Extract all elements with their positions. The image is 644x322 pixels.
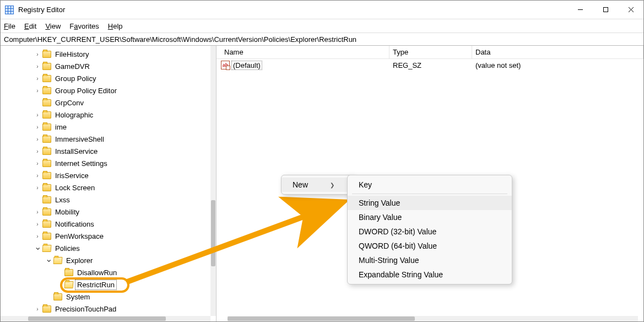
tree-item[interactable]: ›ImmersiveShell: [1, 133, 210, 145]
tree-item[interactable]: ›IrisService: [1, 169, 210, 181]
menu-favorites[interactable]: Favorites: [69, 22, 99, 30]
folder-icon: [42, 87, 51, 94]
column-header-type[interactable]: Type: [389, 46, 472, 58]
chevron-right-icon[interactable]: ›: [34, 305, 41, 313]
chevron-right-icon[interactable]: ›: [34, 74, 41, 82]
tree-item[interactable]: ›Group Policy Editor: [1, 84, 210, 96]
tree-item[interactable]: ›FileHistory: [1, 48, 210, 60]
menu-edit[interactable]: Edit: [24, 22, 36, 30]
chevron-right-icon[interactable]: ›: [34, 50, 41, 58]
tree-item[interactable]: DisallowRun: [1, 266, 210, 278]
tree-item-label: Lock Screen: [53, 183, 96, 192]
tree-item[interactable]: ›Lock Screen: [1, 181, 210, 194]
tree-item-label: System: [64, 292, 91, 302]
folder-icon: [42, 99, 51, 106]
list-row[interactable]: ab(Default)REG_SZ(value not set): [217, 59, 643, 71]
context-item-expandable-string-value[interactable]: Expandable String Value: [348, 267, 512, 282]
tree-item[interactable]: ⌄Policies: [1, 242, 210, 254]
tree-item[interactable]: ›Mobility: [1, 206, 210, 218]
chevron-right-icon[interactable]: ›: [34, 87, 41, 94]
context-submenu-new[interactable]: KeyString ValueBinary ValueDWORD (32-bit…: [347, 175, 512, 285]
list-header[interactable]: Name Type Data: [217, 46, 643, 59]
folder-icon: [42, 245, 52, 252]
folder-icon: [42, 111, 51, 119]
chevron-right-icon[interactable]: ›: [34, 123, 41, 131]
tree-item-label: FileHistory: [53, 50, 90, 59]
context-item-label: String Value: [359, 198, 400, 207]
address-text: Computer\HKEY_CURRENT_USER\Software\Micr…: [4, 35, 356, 44]
context-item-binary-value[interactable]: Binary Value: [348, 210, 512, 224]
folder-icon: [64, 281, 74, 288]
menu-view[interactable]: View: [45, 22, 61, 30]
tree-item[interactable]: Lxss: [1, 194, 210, 206]
context-item-label: Key: [359, 180, 372, 189]
tree-item-label: RestrictRun: [75, 280, 116, 289]
context-item-string-value[interactable]: String Value: [348, 196, 512, 210]
tree-item[interactable]: ›Group Policy: [1, 72, 210, 84]
scrollbar-thumb[interactable]: [228, 316, 415, 321]
tree-item-label: Lxss: [53, 195, 72, 205]
context-item-multi-string-value[interactable]: Multi-String Value: [348, 253, 512, 267]
chevron-right-icon[interactable]: ›: [34, 159, 41, 167]
tree-item[interactable]: ›PenWorkspace: [1, 230, 210, 242]
context-item-new[interactable]: New ❯: [282, 178, 353, 192]
tree-item-label: InstallService: [53, 147, 99, 156]
folder-icon: [42, 184, 51, 191]
tree-item[interactable]: ›ime: [1, 121, 210, 133]
tree-item-label: PrecisionTouchPad: [53, 304, 118, 314]
chevron-right-icon[interactable]: ›: [34, 62, 41, 70]
chevron-right-icon[interactable]: ›: [34, 232, 41, 240]
context-item-label: Multi-String Value: [359, 256, 419, 265]
context-item-key[interactable]: Key: [348, 178, 512, 192]
folder-icon: [53, 257, 63, 264]
tree-item-label: Explorer: [64, 256, 94, 265]
chevron-right-icon[interactable]: ›: [34, 208, 41, 216]
menubar: FileEditViewFavoritesHelp: [1, 19, 643, 33]
tree-item-label: ImmersiveShell: [53, 135, 106, 144]
tree-item[interactable]: ›GameDVR: [1, 60, 210, 72]
chevron-right-icon[interactable]: ›: [34, 171, 41, 179]
maximize-button[interactable]: [593, 1, 618, 19]
tree-item-label: Holographic: [53, 110, 95, 120]
chevron-right-icon[interactable]: ›: [34, 147, 41, 155]
scrollbar-thumb[interactable]: [28, 316, 166, 321]
tree-item[interactable]: RestrictRun: [1, 278, 210, 291]
tree-item[interactable]: ›PrecisionTouchPad: [1, 303, 210, 315]
window-controls: [567, 1, 643, 19]
tree-item[interactable]: GrpConv: [1, 96, 210, 109]
tree-item[interactable]: ⌄Explorer: [1, 254, 210, 266]
chevron-right-icon[interactable]: ›: [34, 220, 41, 228]
tree-item[interactable]: ›Notifications: [1, 218, 210, 230]
address-bar[interactable]: Computer\HKEY_CURRENT_USER\Software\Micr…: [1, 33, 643, 46]
column-header-name[interactable]: Name: [221, 46, 389, 58]
chevron-right-icon[interactable]: ›: [34, 111, 41, 119]
tree-item-label: Notifications: [53, 219, 96, 229]
column-header-data[interactable]: Data: [472, 46, 643, 58]
menu-help[interactable]: Help: [108, 22, 123, 30]
chevron-down-icon[interactable]: ⌄: [34, 243, 41, 250]
chevron-right-icon[interactable]: ›: [34, 135, 41, 143]
context-menu-parent[interactable]: New ❯: [281, 175, 354, 195]
string-value-icon: ab: [221, 61, 230, 69]
menu-file[interactable]: File: [4, 22, 15, 30]
tree-scrollbar-horizontal[interactable]: [1, 316, 210, 321]
context-item-dword-32-bit-value[interactable]: DWORD (32-bit) Value: [348, 224, 512, 239]
chevron-right-icon[interactable]: ›: [34, 184, 41, 191]
tree-item-label: PenWorkspace: [53, 232, 105, 241]
folder-icon: [42, 136, 51, 143]
tree-item[interactable]: ›Internet Settings: [1, 157, 210, 169]
list-scrollbar-horizontal[interactable]: [228, 316, 638, 321]
tree-item-label: Internet Settings: [53, 159, 109, 168]
minimize-button[interactable]: [567, 1, 593, 19]
tree[interactable]: ›FileHistory›GameDVR›Group Policy›Group …: [1, 46, 210, 316]
scrollbar-thumb[interactable]: [211, 200, 215, 266]
tree-item-label: Group Policy Editor: [53, 86, 118, 95]
folder-icon: [42, 75, 51, 82]
tree-item[interactable]: ›InstallService: [1, 145, 210, 157]
tree-item[interactable]: System: [1, 291, 210, 303]
tree-item[interactable]: ›Holographic: [1, 109, 210, 121]
context-item-qword-64-bit-value[interactable]: QWORD (64-bit) Value: [348, 239, 512, 253]
chevron-down-icon[interactable]: ⌄: [45, 255, 52, 262]
close-button[interactable]: [618, 1, 643, 19]
tree-scrollbar-vertical[interactable]: [210, 46, 216, 316]
